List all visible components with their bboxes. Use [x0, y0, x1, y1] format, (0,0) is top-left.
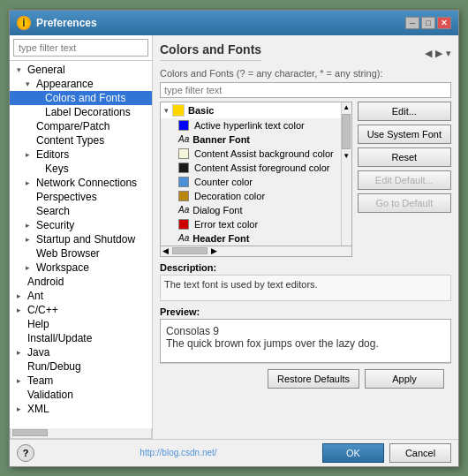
tree-label-keys: Keys	[43, 162, 69, 175]
window-controls: ─ □ ✕	[405, 17, 451, 29]
tree-item-compare-patch[interactable]: Compare/Patch	[10, 119, 152, 133]
tree-item-perspectives[interactable]: Perspectives	[10, 190, 152, 204]
list-item-dialog-font[interactable]: Aa Dialog Font	[161, 203, 341, 217]
ok-button[interactable]: OK	[322, 443, 384, 463]
go-to-default-button[interactable]: Go to Default	[358, 193, 451, 213]
tree-item-appearance[interactable]: Appearance	[10, 77, 152, 91]
tree-label-c-cpp: C/C++	[26, 304, 58, 316]
tree-label-validation: Validation	[26, 389, 73, 401]
list-item-active-hyperlink[interactable]: Active hyperlink text color	[161, 118, 341, 132]
use-system-font-button[interactable]: Use System Font	[358, 125, 451, 144]
tree-label-xml: XML	[26, 403, 49, 415]
tree-hscroll-thumb[interactable]	[12, 429, 48, 436]
colors-area: ▾ Basic Active hyperlink text color	[160, 102, 451, 257]
tree-label-help: Help	[26, 318, 49, 330]
list-scrollbar[interactable]: ▲ ▼	[341, 102, 351, 246]
list-item-content-assist-bg[interactable]: Content Assist background color	[161, 147, 341, 161]
swatch-counter	[178, 177, 189, 187]
item-label-content-assist-fg: Content Assist foreground color	[194, 162, 329, 173]
preview-line1: Consolas 9	[166, 325, 445, 337]
tree-item-label-decorations[interactable]: Label Decorations	[10, 105, 152, 119]
tree-item-editors[interactable]: Editors	[10, 147, 152, 162]
tree-item-validation[interactable]: Validation	[10, 388, 152, 402]
description-text: The text font is used by text editors.	[160, 275, 451, 301]
close-button[interactable]: ✕	[437, 17, 451, 29]
list-item-header-font[interactable]: Aa Header Font	[161, 231, 341, 246]
item-label-header-font: Header Font	[192, 233, 249, 244]
minimize-button[interactable]: ─	[405, 17, 419, 29]
aa-prefix-header: Aa	[178, 233, 189, 243]
tree-label-editors: Editors	[34, 148, 69, 161]
swatch-error	[178, 219, 189, 230]
tree-item-run-debug[interactable]: Run/Debug	[10, 359, 152, 374]
tree-label-appearance: Appearance	[34, 78, 94, 90]
hscroll-thumb[interactable]	[172, 247, 208, 254]
help-button[interactable]: ?	[17, 444, 34, 462]
tree-item-search[interactable]: Search	[10, 204, 152, 218]
item-label-decoration-color: Decoration color	[194, 191, 265, 201]
tree-item-general[interactable]: General	[10, 63, 152, 77]
tree-item-team[interactable]: Team	[10, 374, 152, 388]
tree-item-workspace[interactable]: Workspace	[10, 261, 152, 275]
right-panel: Colors and Fonts ◀ ▶ ▾ Colors and Fonts …	[153, 35, 458, 439]
tree-item-network-connections[interactable]: Network Connections	[10, 176, 152, 190]
nav-back-arrow[interactable]: ◀	[425, 48, 432, 59]
tree-item-web-browser[interactable]: Web Browser	[10, 246, 152, 261]
window-title: Preferences	[36, 17, 405, 29]
list-item-counter-color[interactable]: Counter color	[161, 175, 341, 189]
cancel-button[interactable]: Cancel	[389, 443, 451, 463]
tree-item-keys[interactable]: Keys	[10, 162, 152, 176]
tree-item-java[interactable]: Java	[10, 345, 152, 359]
scroll-down-arrow[interactable]: ▼	[342, 151, 351, 161]
tree-item-colors-and-fonts[interactable]: Colors and Fonts	[10, 91, 152, 105]
swatch-content-assist-fg	[178, 162, 189, 173]
nav-forward-arrow[interactable]: ▶	[435, 48, 442, 59]
colors-list-wrapper: ▾ Basic Active hyperlink text color	[160, 102, 352, 246]
list-item-content-assist-fg[interactable]: Content Assist foreground color	[161, 161, 341, 175]
expand-arrow-xml	[17, 404, 26, 413]
tree-hscroll[interactable]	[10, 428, 152, 439]
preview-title: Preview:	[160, 306, 451, 317]
scroll-up-arrow[interactable]: ▲	[342, 102, 351, 112]
edit-button[interactable]: Edit...	[358, 102, 451, 121]
tree-item-install-update[interactable]: Install/Update	[10, 331, 152, 345]
list-section-basic[interactable]: ▾ Basic	[161, 102, 341, 118]
tree-item-help[interactable]: Help	[10, 317, 152, 331]
list-item-decoration-color[interactable]: Decoration color	[161, 189, 341, 203]
expand-arrow-team	[17, 376, 26, 385]
tree-item-ant[interactable]: Ant	[10, 289, 152, 303]
reset-button[interactable]: Reset	[358, 147, 451, 167]
tree-item-security[interactable]: Security	[10, 218, 152, 232]
list-item-error-text[interactable]: Error text color	[161, 217, 341, 231]
restore-defaults-button[interactable]: Restore Defaults	[268, 369, 359, 389]
tree-item-c-cpp[interactable]: C/C++	[10, 303, 152, 317]
item-label-banner-font: Banner Font	[192, 134, 250, 145]
colors-hscroll[interactable]: ◀ ▶	[160, 246, 352, 257]
tree-label-workspace: Workspace	[34, 261, 89, 274]
hscroll-left-arrow[interactable]: ◀	[162, 246, 169, 255]
tree-item-android[interactable]: Android	[10, 275, 152, 289]
edit-default-button[interactable]: Edit Default...	[358, 170, 451, 190]
list-item-banner-font[interactable]: Aa Banner Font	[161, 132, 341, 147]
preview-area: Preview: Consolas 9 The quick brown fox …	[160, 306, 451, 363]
preferences-window: i Preferences ─ □ ✕ General	[9, 10, 459, 467]
tree-item-startup-shutdown[interactable]: Startup and Shutdow	[10, 232, 152, 246]
left-filter-input[interactable]	[13, 39, 148, 57]
tree-item-content-types[interactable]: Content Types	[10, 133, 152, 147]
scroll-thumb[interactable]	[342, 114, 351, 149]
tree-label-search: Search	[34, 205, 70, 217]
swatch-content-assist-bg	[178, 148, 189, 159]
nav-down-arrow[interactable]: ▾	[446, 48, 451, 59]
description-area: Description: The text font is used by te…	[160, 262, 451, 301]
hscroll-right-arrow[interactable]: ▶	[211, 246, 217, 255]
tree-label-content-types: Content Types	[34, 134, 104, 147]
expand-arrow-startup	[26, 235, 34, 244]
tree-label-compare-patch: Compare/Patch	[34, 120, 109, 132]
apply-button[interactable]: Apply	[365, 369, 444, 389]
tree-label-team: Team	[26, 374, 53, 387]
url-bar: http://blog.csdn.net/	[40, 448, 317, 457]
tree-item-xml[interactable]: XML	[10, 402, 152, 416]
expand-arrow-network	[26, 178, 34, 187]
right-filter-input[interactable]	[160, 82, 451, 98]
maximize-button[interactable]: □	[421, 17, 435, 29]
